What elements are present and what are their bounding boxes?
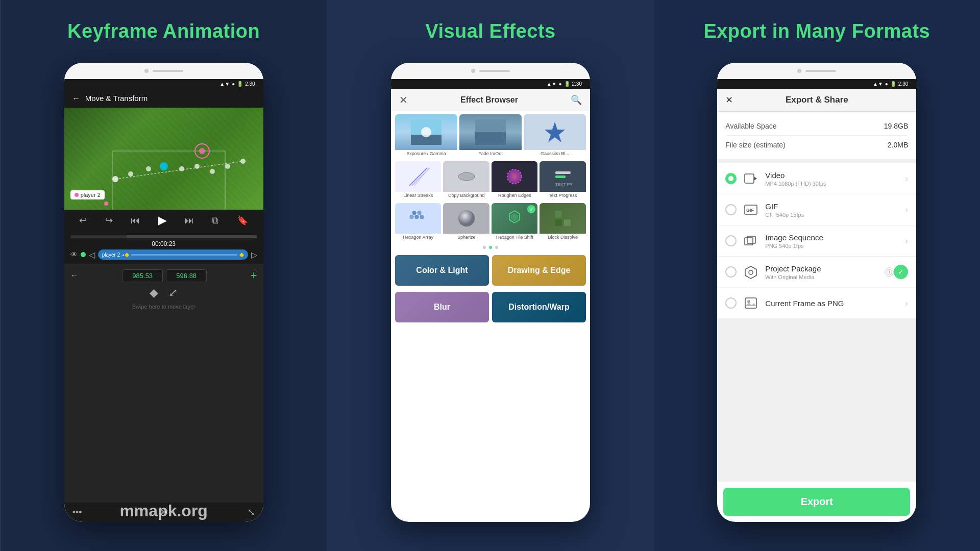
bookmark-btn[interactable]: 🔖 bbox=[237, 215, 248, 226]
coord-inputs: 985.53 596.88 bbox=[122, 269, 207, 282]
effect-hextile[interactable]: ✓ Hexagon Tile Shift bbox=[492, 203, 538, 241]
radio-video[interactable] bbox=[725, 173, 737, 184]
watermark: mmapk.org bbox=[119, 502, 207, 520]
phone-3-dot bbox=[797, 69, 801, 73]
phone-2-status: ▲▼ ● 🔋 2:30 bbox=[391, 79, 590, 89]
transform-icon-move[interactable]: ⤢ bbox=[168, 286, 178, 299]
png-icon bbox=[743, 295, 759, 311]
arrow-right-timeline[interactable]: ▷ bbox=[251, 250, 257, 260]
video-canvas: player 2 bbox=[64, 108, 263, 210]
coord-x[interactable]: 985.53 bbox=[122, 269, 163, 282]
nav-left[interactable]: ← bbox=[70, 271, 79, 280]
png-name: Current Frame as PNG bbox=[765, 299, 899, 308]
effect-gaussian[interactable]: Gaussian Bl... bbox=[524, 114, 586, 157]
undo-btn[interactable]: ↩ bbox=[79, 215, 87, 226]
header-title-1: Move & Transform bbox=[85, 94, 148, 103]
transform-icon-diamond[interactable]: ◆ bbox=[150, 286, 158, 299]
effects-panel: Visual Effects ▲▼ ● 🔋 2:30 ✕ Effect Brow… bbox=[327, 0, 653, 551]
phone-3-status: ▲▼ ● 🔋 2:30 bbox=[717, 79, 916, 89]
svg-marker-51 bbox=[745, 303, 756, 306]
svg-marker-18 bbox=[545, 122, 565, 142]
effect-roughen[interactable]: Roughen Edges bbox=[492, 161, 538, 199]
radio-gif[interactable] bbox=[725, 204, 737, 215]
expand-icon[interactable]: ⤡ bbox=[248, 507, 255, 518]
export-option-project[interactable]: Project Package With Original Media ⓘ ✓ bbox=[717, 257, 916, 288]
effect-spherize[interactable]: Spherize bbox=[443, 203, 489, 241]
imgseq-sub: PNG 540p 1fps bbox=[765, 243, 899, 249]
arrow-left-timeline[interactable]: ◁ bbox=[89, 250, 95, 260]
png-option-text: Current Frame as PNG bbox=[765, 299, 899, 308]
copy-frame-btn[interactable]: ⧉ bbox=[212, 215, 218, 226]
app-header-1: ← Move & Transform bbox=[64, 89, 263, 108]
category-drawing-edge[interactable]: Drawing & Edge bbox=[492, 255, 586, 286]
svg-line-9 bbox=[115, 161, 243, 179]
video-chevron[interactable]: › bbox=[905, 173, 908, 184]
effect-hex-array[interactable]: Hexagon Array bbox=[395, 203, 442, 241]
keyframe-diamond-1[interactable]: ◆ bbox=[125, 251, 129, 258]
category-blur[interactable]: Blur bbox=[395, 292, 489, 322]
svg-marker-30 bbox=[417, 211, 422, 215]
gif-option-text: GIF GIF 540p 15fps bbox=[765, 202, 899, 218]
skip-start-btn[interactable]: ⏮ bbox=[131, 215, 140, 226]
search-icon[interactable]: 🔍 bbox=[571, 94, 582, 106]
export-option-video[interactable]: Video MP4 1080p (FHD) 30fps › bbox=[717, 163, 916, 194]
effect-text[interactable]: TEXT PROGRES Text Progress bbox=[540, 161, 586, 199]
phone-3-line bbox=[805, 70, 836, 72]
radio-png[interactable] bbox=[725, 297, 737, 309]
imgseq-chevron[interactable]: › bbox=[905, 236, 908, 246]
status-icons-3: ▲▼ ● 🔋 2:30 bbox=[873, 81, 908, 87]
radio-project[interactable] bbox=[725, 266, 737, 278]
effect-block[interactable]: Block Dissolve bbox=[540, 203, 586, 241]
transform-controls: ← 985.53 596.88 + ◆ ⤢ Swipe here to move… bbox=[64, 264, 263, 503]
export-button[interactable]: Export bbox=[723, 488, 910, 516]
category-color-light[interactable]: Color & Light bbox=[395, 255, 489, 286]
section-gap-1 bbox=[717, 159, 916, 163]
swipe-hint: Swipe here to move layer bbox=[70, 304, 257, 310]
dot-2[interactable] bbox=[489, 246, 492, 249]
effect-label-5: Copy Background bbox=[443, 192, 489, 199]
imgseq-icon bbox=[743, 233, 759, 249]
svg-rect-27 bbox=[555, 176, 566, 178]
gif-chevron[interactable]: › bbox=[905, 205, 908, 215]
back-arrow-1[interactable]: ← bbox=[72, 94, 80, 103]
category-row-1: Color & Light Drawing & Edge bbox=[391, 252, 590, 289]
export-panel: Export in Many Formats ▲▼ ● 🔋 2:30 ✕ Exp… bbox=[654, 0, 980, 551]
video-icon bbox=[743, 170, 759, 187]
dot-3[interactable] bbox=[495, 246, 498, 249]
effect-fade[interactable]: Fade In/Out bbox=[459, 114, 522, 157]
svg-point-3 bbox=[160, 162, 168, 170]
effect-exposure[interactable]: Exposure / Gamma bbox=[395, 114, 457, 157]
eye-icon[interactable]: 👁 bbox=[70, 251, 78, 259]
keyframe-diamond-2[interactable]: ◆ bbox=[239, 251, 244, 258]
add-keyframe-btn[interactable]: + bbox=[251, 269, 257, 282]
skip-end-btn[interactable]: ⏭ bbox=[185, 215, 194, 226]
export-option-png[interactable]: Current Frame as PNG › bbox=[717, 288, 916, 319]
panel-2-title: Visual Effects bbox=[425, 20, 556, 42]
redo-btn[interactable]: ↪ bbox=[105, 215, 113, 226]
radio-imgseq[interactable] bbox=[725, 235, 737, 246]
menu-dots[interactable]: ••• bbox=[72, 507, 82, 518]
svg-rect-16 bbox=[475, 119, 506, 132]
phone-2-dot bbox=[471, 69, 475, 73]
timeline-bar: 00:00:23 👁 ◁ player 2 ⬧ ◆ ◆ ▷ bbox=[64, 231, 263, 264]
layer-pill[interactable]: player 2 ⬧ ◆ ◆ bbox=[98, 249, 248, 260]
category-row-2: Blur Distortion/Warp bbox=[391, 289, 590, 325]
close-x-icon[interactable]: ✕ bbox=[399, 94, 408, 106]
effect-linear[interactable]: Linear Streaks bbox=[395, 161, 442, 199]
coord-y[interactable]: 596.88 bbox=[166, 269, 207, 282]
svg-point-2 bbox=[146, 166, 151, 171]
phone-1: ▲▼ ● 🔋 2:30 ← Move & Transform bbox=[64, 63, 263, 522]
export-option-gif[interactable]: GIF GIF GIF 540p 15fps › bbox=[717, 194, 916, 226]
dot-1[interactable] bbox=[483, 246, 486, 249]
phone-2-line bbox=[479, 70, 510, 72]
export-close-btn[interactable]: ✕ bbox=[725, 94, 733, 106]
timeline-track[interactable] bbox=[70, 235, 257, 238]
panel-1-title: Keyframe Animation bbox=[67, 20, 260, 42]
png-chevron[interactable]: › bbox=[905, 298, 908, 309]
play-btn[interactable]: ▶ bbox=[158, 214, 167, 227]
category-distortion[interactable]: Distortion/Warp bbox=[492, 292, 586, 322]
svg-marker-42 bbox=[754, 177, 757, 181]
effect-copy[interactable]: Copy Background bbox=[443, 161, 489, 199]
project-icon bbox=[743, 264, 759, 280]
export-option-imgseq[interactable]: Image Sequence PNG 540p 1fps › bbox=[717, 226, 916, 257]
